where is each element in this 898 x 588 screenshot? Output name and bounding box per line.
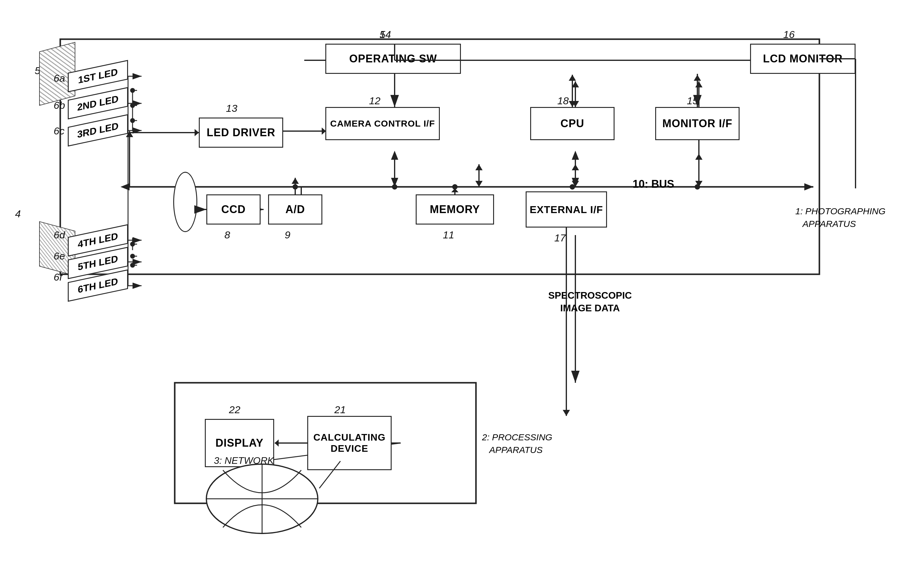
ref-3: 3: NETWORK	[214, 455, 274, 466]
svg-marker-89	[569, 75, 576, 81]
svg-marker-83	[292, 178, 299, 184]
svg-rect-5	[60, 39, 820, 274]
svg-point-100	[452, 184, 458, 189]
led-3rd: 3RD LED	[68, 114, 128, 147]
svg-point-98	[570, 184, 575, 189]
apparatus2-label: 2: PROCESSING APPARATUS	[482, 431, 552, 456]
ref-4: 4	[15, 208, 21, 220]
svg-point-56	[130, 118, 135, 123]
ref-22: 22	[229, 404, 240, 416]
svg-marker-20	[572, 101, 579, 107]
led-driver-box: LED DRIVER	[199, 117, 283, 148]
ref-14: 14	[380, 29, 391, 40]
svg-marker-94	[694, 75, 701, 81]
apparatus1-label: 1: PHOTOGRAPHING APPARATUS	[795, 205, 886, 230]
camera-control-box: CAMERA CONTROL I/F	[325, 107, 440, 140]
svg-marker-9	[804, 183, 813, 191]
ref-13: 13	[226, 103, 237, 114]
svg-marker-17	[572, 151, 579, 160]
led-1st: 1ST LED	[68, 60, 128, 92]
svg-point-59	[130, 263, 135, 268]
memory-box: MEMORY	[416, 194, 494, 225]
ref-6b: 6b	[54, 100, 65, 111]
ref-21: 21	[334, 404, 346, 416]
ref-17: 17	[554, 232, 566, 244]
lens	[173, 172, 197, 232]
svg-point-99	[695, 184, 700, 189]
svg-marker-47	[572, 164, 579, 170]
ref-16: 16	[783, 29, 795, 40]
ref-6f: 6f	[54, 271, 62, 283]
svg-marker-30	[475, 164, 483, 170]
svg-marker-66	[275, 439, 279, 446]
svg-marker-25	[695, 154, 703, 160]
external-if-box: EXTERNAL I/F	[526, 191, 607, 228]
svg-marker-90	[569, 101, 576, 107]
svg-marker-12	[391, 178, 398, 187]
svg-marker-85	[451, 188, 458, 192]
svg-marker-22	[695, 82, 703, 88]
ref-6d: 6d	[54, 229, 65, 241]
bus-label: 10: BUS	[633, 178, 674, 191]
calculating-box: CALCULATING DEVICE	[307, 416, 392, 470]
svg-marker-29	[475, 181, 483, 187]
lcd-monitor-box: LCD MONITOR	[750, 44, 855, 74]
cpu-box: CPU	[530, 107, 615, 140]
ref-15: 15	[687, 95, 698, 107]
ref-8: 8	[224, 229, 230, 241]
ref-12: 12	[369, 95, 380, 107]
svg-point-57	[130, 242, 135, 246]
svg-marker-8	[120, 183, 129, 191]
ref-18: 18	[557, 95, 569, 107]
svg-marker-24	[695, 181, 703, 187]
ref-11: 11	[443, 229, 454, 241]
led-2nd: 2ND LED	[68, 87, 128, 120]
network-shape	[205, 461, 319, 536]
ref-6e: 6e	[54, 250, 65, 262]
monitor-if-box: MONITOR I/F	[655, 107, 740, 140]
svg-point-54	[130, 88, 135, 93]
svg-marker-64	[563, 410, 570, 416]
ref-6a: 6a	[54, 72, 65, 84]
svg-marker-19	[572, 82, 579, 88]
svg-point-101	[292, 184, 298, 189]
operating-sw-box: OPERATING SW	[325, 44, 461, 74]
ref-9: 9	[284, 229, 291, 241]
ref-6c: 6c	[54, 125, 65, 137]
svg-marker-48	[572, 181, 579, 187]
svg-point-55	[130, 103, 135, 108]
svg-marker-71	[195, 129, 199, 136]
svg-marker-13	[391, 151, 398, 160]
spectroscopic-label: SPECTROSCOPICIMAGE DATA	[548, 289, 632, 314]
svg-point-97	[392, 184, 397, 189]
svg-marker-16	[572, 178, 579, 187]
ad-box: A/D	[268, 194, 322, 225]
svg-point-58	[130, 254, 135, 259]
ccd-box: CCD	[206, 194, 261, 225]
